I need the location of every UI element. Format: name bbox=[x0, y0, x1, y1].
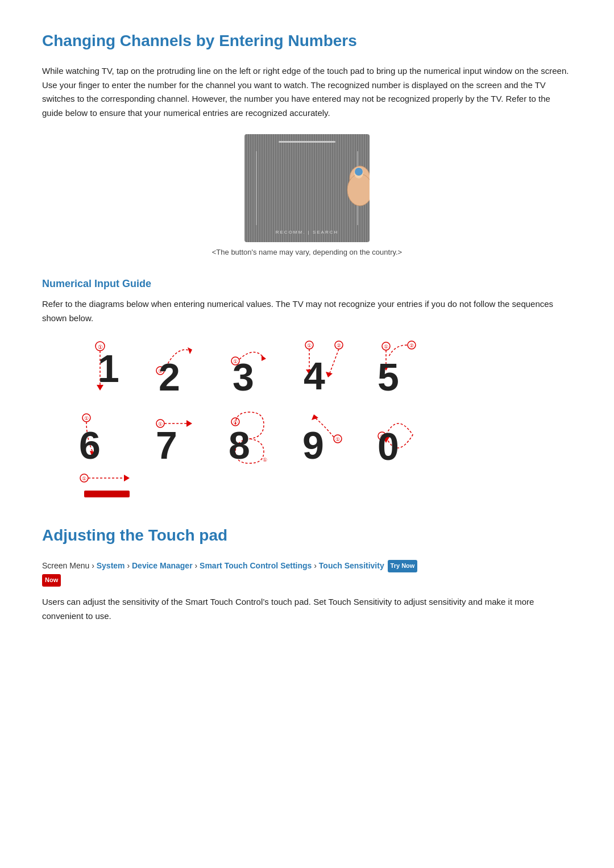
svg-line-23 bbox=[329, 349, 339, 375]
numbers-row-2: ① 6 ① 7 bbox=[76, 408, 423, 464]
digit-3: ① 3 bbox=[224, 339, 275, 396]
svg-text:①: ① bbox=[307, 343, 312, 348]
section2-body: Refer to the diagrams below when enterin… bbox=[42, 297, 572, 326]
breadcrumb-device-manager[interactable]: Device Manager bbox=[132, 561, 193, 570]
digit-0: ① 0 bbox=[372, 408, 423, 464]
touchpad-bottom-label: RECOMM. | SEARCH bbox=[276, 229, 339, 236]
breadcrumb-touch-sensitivity[interactable]: Touch Sensitivity bbox=[319, 561, 384, 570]
section3-body-prefix: Users can adjust the sensitivity of the … bbox=[42, 597, 326, 607]
breadcrumb: Screen Menu › System › Device Manager › … bbox=[42, 559, 572, 587]
touchpad-image-container: RECOMM. | SEARCH <The button's name may … bbox=[42, 134, 572, 259]
svg-text:4: 4 bbox=[304, 354, 325, 397]
svg-text:8: 8 bbox=[229, 423, 250, 467]
section-adjusting-touchpad: Adjusting the Touch pad Screen Menu › Sy… bbox=[42, 523, 572, 624]
digit-9: ① 9 bbox=[298, 408, 349, 464]
breadcrumb-system[interactable]: System bbox=[97, 561, 125, 570]
svg-text:9: 9 bbox=[302, 423, 324, 467]
digit-8: ① ① 8 bbox=[224, 408, 275, 464]
svg-marker-47 bbox=[312, 414, 318, 420]
svg-marker-56 bbox=[124, 475, 130, 481]
touchpad-left-line bbox=[256, 151, 257, 225]
breadcrumb-chevron2: › bbox=[127, 561, 132, 570]
svg-text:①: ① bbox=[335, 437, 340, 442]
svg-text:①: ① bbox=[263, 457, 267, 463]
section-numerical-guide: Numerical Input Guide Refer to the diagr… bbox=[42, 276, 572, 501]
breadcrumb-chevron3: › bbox=[195, 561, 200, 570]
try-now-bottom-badge[interactable]: Now bbox=[42, 574, 61, 587]
svg-text:①: ① bbox=[82, 476, 86, 481]
digit-4: ① ② 4 bbox=[298, 339, 349, 396]
svg-text:0: 0 bbox=[377, 425, 399, 468]
svg-text:1: 1 bbox=[98, 347, 119, 390]
finger-illustration bbox=[343, 161, 370, 214]
svg-text:②: ② bbox=[409, 343, 414, 348]
section3-touch-sensitivity-link[interactable]: Touch Sensitivity bbox=[329, 597, 392, 607]
svg-text:①: ① bbox=[384, 344, 388, 350]
svg-text:7: 7 bbox=[156, 423, 177, 467]
svg-text:②: ② bbox=[337, 343, 341, 348]
svg-point-1 bbox=[347, 174, 370, 206]
svg-marker-24 bbox=[326, 372, 333, 377]
section3-body: Users can adjust the sensitivity of the … bbox=[42, 595, 572, 624]
section3-title: Adjusting the Touch pad bbox=[42, 523, 572, 549]
section-changing-channels: Changing Channels by Entering Numbers Wh… bbox=[42, 28, 572, 259]
breadcrumb-smart-touch[interactable]: Smart Touch Control Settings bbox=[200, 561, 312, 570]
numbers-row-1: ① 1 ① 2 bbox=[76, 339, 423, 396]
svg-marker-11 bbox=[188, 347, 192, 354]
digit-6: ① 6 bbox=[76, 408, 127, 464]
svg-text:6: 6 bbox=[79, 423, 101, 467]
dash-row: ① bbox=[76, 470, 572, 501]
svg-marker-39 bbox=[186, 420, 192, 427]
svg-text:5: 5 bbox=[377, 355, 399, 398]
numbers-grid: ① 1 ① 2 bbox=[76, 339, 572, 464]
breadcrumb-chevron4: › bbox=[314, 561, 319, 570]
touchpad-caption: <The button's name may vary, depending o… bbox=[212, 247, 402, 259]
touchpad-top-bar bbox=[279, 141, 335, 143]
svg-text:3: 3 bbox=[233, 355, 254, 398]
digit-5: ② ① 5 bbox=[372, 339, 423, 396]
digit-1: ① 1 bbox=[76, 339, 127, 396]
breadcrumb-chevron1: › bbox=[92, 561, 97, 570]
svg-rect-57 bbox=[84, 491, 130, 497]
digit-7: ① 7 bbox=[150, 408, 201, 464]
section1-body: While watching TV, tap on the protruding… bbox=[42, 64, 572, 121]
svg-point-3 bbox=[355, 168, 363, 176]
digit-2: ① 2 bbox=[150, 339, 201, 396]
touchpad-illustration: RECOMM. | SEARCH bbox=[244, 134, 370, 242]
section1-title: Changing Channels by Entering Numbers bbox=[42, 28, 572, 54]
try-now-badge[interactable]: Try Now bbox=[388, 560, 418, 572]
breadcrumb-prefix: Screen Menu bbox=[42, 561, 89, 570]
svg-text:2: 2 bbox=[159, 355, 180, 398]
svg-text:①: ① bbox=[84, 416, 89, 421]
svg-marker-15 bbox=[262, 355, 266, 361]
section2-subtitle: Numerical Input Guide bbox=[42, 276, 572, 292]
